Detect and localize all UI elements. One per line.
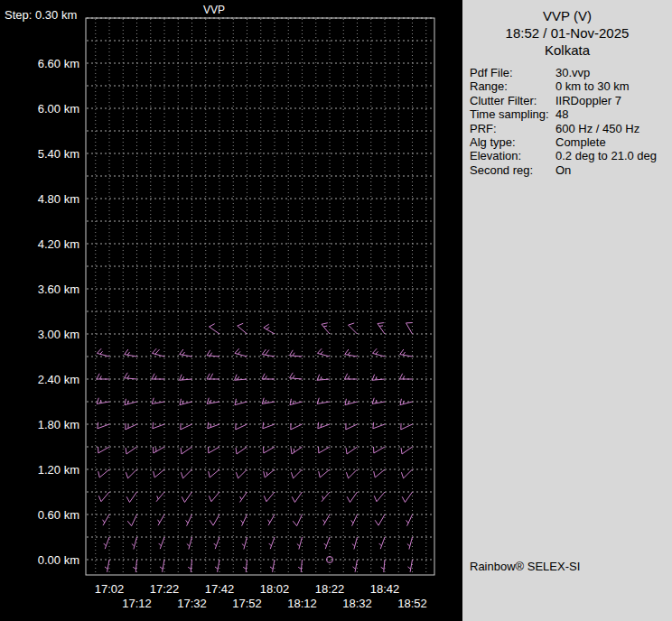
field-label: Pdf File: [470, 66, 555, 79]
vvp-window: Step: 0.30 km VVP 6.60 km6.00 km5.40 km4… [0, 0, 672, 621]
x-tick-label: 18:02 [260, 582, 290, 596]
y-tick-label: 0.60 km [38, 508, 79, 522]
field-value: IIRDoppler 7 [555, 94, 621, 107]
panel-header: VVP (V) 18:52 / 01-Nov-2025 Kolkata [462, 0, 672, 59]
x-tick-label: 18:42 [370, 582, 400, 596]
x-tick-label: 17:42 [205, 582, 235, 596]
field-value: 0 km to 30 km [555, 79, 630, 93]
brand-footer: Rainbow® SELEX-SI [470, 560, 580, 573]
field-row: PRF:600 Hz / 450 Hz [470, 122, 672, 135]
y-tick-label: 0.00 km [38, 553, 79, 567]
metadata-fields: Pdf File:30.vvpRange:0 km to 30 kmClutte… [470, 66, 672, 177]
field-value: 48 [555, 107, 568, 121]
x-tick-label: 18:52 [397, 597, 427, 610]
y-tick-label: 4.80 km [38, 192, 79, 206]
field-value: On [555, 163, 571, 177]
field-row: Time sampling:48 [470, 107, 672, 121]
chart-title: VVP [203, 4, 225, 16]
panel-site: Kolkata [462, 42, 672, 59]
x-tick-label: 17:32 [177, 597, 207, 610]
x-tick-label: 17:22 [150, 582, 180, 596]
field-row: Second reg:On [470, 163, 672, 177]
y-tick-label: 5.40 km [38, 147, 79, 161]
field-row: Clutter Filter:IIRDoppler 7 [470, 94, 672, 107]
field-value: 600 Hz / 450 Hz [555, 122, 639, 135]
field-label: Alg type: [470, 135, 555, 149]
panel-title: VVP (V) [462, 7, 672, 24]
field-value: Complete [555, 135, 606, 149]
x-tick-label: 18:12 [287, 597, 317, 610]
field-label: Clutter Filter: [470, 94, 555, 107]
field-label: PRF: [470, 122, 555, 135]
field-row: Range:0 km to 30 km [470, 79, 672, 93]
field-row: Alg type:Complete [470, 135, 672, 149]
field-value: 30.vvp [555, 66, 590, 79]
chart-panel: Step: 0.30 km VVP 6.60 km6.00 km5.40 km4… [0, 0, 462, 621]
panel-datetime: 18:52 / 01-Nov-2025 [462, 24, 672, 42]
y-tick-label: 6.00 km [38, 102, 79, 116]
y-tick-label: 1.20 km [38, 463, 79, 477]
x-tick-label: 17:02 [95, 582, 125, 596]
field-label: Time sampling: [470, 107, 555, 121]
x-tick-label: 17:12 [122, 597, 152, 610]
y-tick-label: 6.60 km [38, 57, 79, 70]
field-label: Range: [470, 79, 555, 93]
x-tick-label: 18:32 [342, 597, 372, 610]
field-label: Elevation: [470, 149, 555, 162]
field-value: 0.2 deg to 21.0 deg [555, 149, 657, 162]
field-row: Pdf File:30.vvp [470, 66, 672, 79]
y-tick-label: 4.20 km [38, 237, 79, 251]
field-label: Second reg: [470, 163, 555, 177]
info-panel: VVP (V) 18:52 / 01-Nov-2025 Kolkata Pdf … [462, 0, 672, 621]
x-tick-label: 17:52 [232, 597, 262, 610]
wind-barb-chart: Step: 0.30 km VVP 6.60 km6.00 km5.40 km4… [0, 0, 462, 621]
y-tick-label: 3.00 km [38, 328, 79, 341]
step-label: Step: 0.30 km [5, 8, 77, 22]
y-tick-label: 3.60 km [38, 283, 79, 296]
x-tick-label: 18:22 [315, 582, 345, 596]
y-tick-label: 2.40 km [38, 373, 79, 386]
y-tick-label: 1.80 km [38, 418, 79, 431]
field-row: Elevation:0.2 deg to 21.0 deg [470, 149, 672, 162]
